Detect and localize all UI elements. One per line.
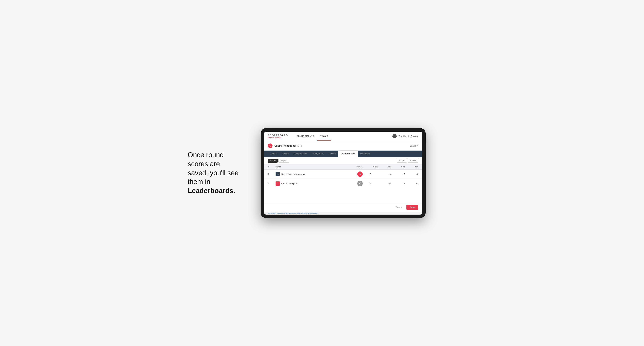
leaderboard-table: # TEAM TOTAL THRU RD1 RD2 RD3 1 SU Score… [264,164,422,188]
nav-links: TOURNAMENTS TEAMS [294,132,331,141]
rd2-1: +5 [392,173,405,175]
rank-2: 2 [268,182,276,185]
tab-printables[interactable]: Printables [358,151,372,157]
thru-1: F [363,173,378,175]
sign-out-link[interactable]: Sign out [411,135,418,137]
table-row[interactable]: 1 SU Scoreboard University [A] -5 F -4 +… [264,170,422,179]
modal-footer: Cancel Save [264,203,422,212]
logo-area: SCOREBOARD Powered by clippd [268,134,288,139]
logo-text: SCOREBOARD [268,134,288,137]
nav-teams[interactable]: TEAMS [317,132,331,141]
user-avatar: S [392,134,397,138]
nav-right: S Test User | Sign out [392,134,418,138]
score-badge-2: +3 [357,181,363,186]
tab-course-setup[interactable]: Course Setup [291,151,310,157]
user-name: Test User | [398,135,408,137]
rd2-2: -8 [392,182,405,185]
tournament-icon: C [268,144,272,148]
tabs-bar: Details Teams Course Setup Tee Groups Re… [264,151,422,157]
tab-details[interactable]: Details [268,151,280,157]
team-logo-1: SU [276,172,280,176]
tournament-name: Clippd Invitational [274,144,296,147]
sub-tab-strokes[interactable]: Strokes [408,159,418,163]
rd3-2: +3 [405,182,418,185]
tablet-device: SCOREBOARD Powered by clippd TOURNAMENTS… [260,128,426,218]
tab-leaderboards[interactable]: Leaderboards [338,151,358,157]
content-area: # TEAM TOTAL THRU RD1 RD2 RD3 1 SU Score… [264,164,422,203]
tournament-gender: (Men) [297,145,302,147]
tablet-screen: SCOREBOARD Powered by clippd TOURNAMENTS… [264,132,422,215]
top-nav: SCOREBOARD Powered by clippd TOURNAMENTS… [264,132,422,141]
left-description: Once round scores are saved, you'll see … [188,151,249,195]
total-2: +3 [347,181,363,186]
col-team: TEAM [276,166,347,168]
url-bar: https://stage-blue-coach.stagescoreboard… [264,212,422,215]
sub-tab-teams[interactable]: Teams [268,159,278,163]
nav-tournaments[interactable]: TOURNAMENTS [294,132,317,141]
tab-teams[interactable]: Teams [280,151,291,157]
rd3-1: -6 [405,173,418,175]
col-total: TOTAL [347,166,363,168]
save-button[interactable]: Save [406,205,418,210]
team-logo-2: C [276,181,280,186]
col-rd1: RD1 [378,166,392,168]
col-thru: THRU [363,166,378,168]
score-badge-1: -5 [357,172,363,177]
team-name-2: Clippd College [A] [281,182,298,185]
cancel-button-bottom[interactable]: Cancel [394,205,404,210]
tournament-header: C Clippd Invitational (Men) Cancel × [264,141,422,151]
table-header: # TEAM TOTAL THRU RD1 RD2 RD3 [264,164,422,170]
team-cell-2: C Clippd College [A] [276,181,347,186]
rd1-2: +8 [378,182,392,185]
powered-by: Powered by clippd [268,137,288,139]
table-row[interactable]: 2 C Clippd College [A] +3 F +8 -8 +3 [264,179,422,188]
tab-tee-groups[interactable]: Tee Groups [310,151,326,157]
sub-tab-players[interactable]: Players [278,159,289,163]
page-wrapper: Once round scores are saved, you'll see … [188,128,456,218]
rd1-1: -4 [378,173,392,175]
sub-tab-scores[interactable]: Scores [397,159,407,163]
total-1: -5 [347,172,363,177]
col-rd3: RD3 [405,166,418,168]
col-rd2: RD2 [392,166,405,168]
cancel-button-top[interactable]: Cancel × [410,145,418,147]
rank-1: 1 [268,173,276,175]
team-name-1: Scoreboard University [A] [281,173,305,175]
sub-tabs-bar: Teams Players Scores Strokes [264,157,422,164]
thru-2: F [363,182,378,185]
tab-results[interactable]: Results [326,151,338,157]
col-rank: # [268,166,276,168]
team-cell-1: SU Scoreboard University [A] [276,172,347,176]
